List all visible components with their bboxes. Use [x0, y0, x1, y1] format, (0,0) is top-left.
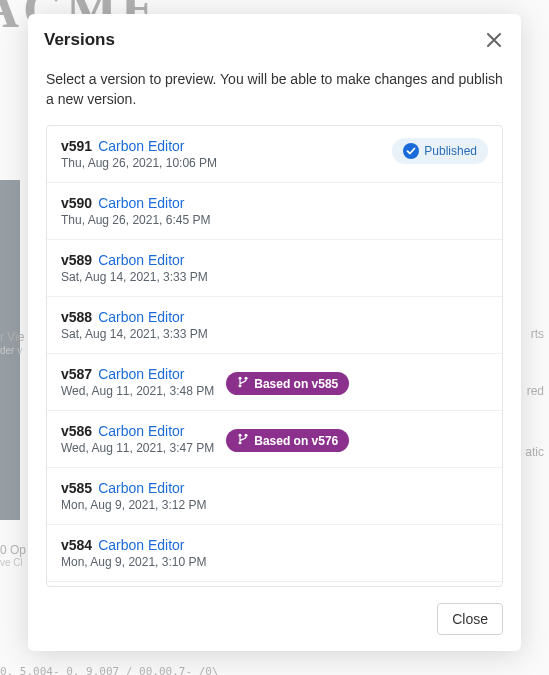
based-on-badge: Based on v585 [226, 372, 349, 395]
version-timestamp: Mon, Aug 9, 2021, 3:10 PM [61, 555, 206, 569]
version-editor-link[interactable]: Carbon Editor [98, 366, 184, 382]
version-number: v589 [61, 252, 92, 268]
versions-modal: Versions Select a version to preview. Yo… [28, 14, 521, 651]
version-row[interactable]: v584Carbon EditorMon, Aug 9, 2021, 3:10 … [47, 525, 502, 582]
version-number: v590 [61, 195, 92, 211]
version-editor-link[interactable]: Carbon Editor [98, 252, 184, 268]
published-badge: Published [392, 138, 488, 164]
version-number: v586 [61, 423, 92, 439]
version-number: v587 [61, 366, 92, 382]
version-row[interactable]: v589Carbon EditorSat, Aug 14, 2021, 3:33… [47, 240, 502, 297]
version-editor-link[interactable]: Carbon Editor [98, 423, 184, 439]
svg-point-2 [245, 377, 248, 380]
version-timestamp: Wed, Aug 11, 2021, 3:48 PM [61, 384, 214, 398]
version-editor-link[interactable]: Carbon Editor [98, 138, 184, 154]
branch-icon [237, 433, 249, 448]
version-editor-link[interactable]: Carbon Editor [98, 309, 184, 325]
version-row[interactable]: v587Carbon EditorWed, Aug 11, 2021, 3:48… [47, 354, 502, 411]
branch-icon [237, 376, 249, 391]
version-row[interactable]: v591Carbon EditorThu, Aug 26, 2021, 10:0… [47, 126, 502, 183]
svg-point-4 [239, 434, 242, 437]
svg-point-1 [239, 377, 242, 380]
version-timestamp: Thu, Aug 26, 2021, 10:06 PM [61, 156, 217, 170]
version-editor-link[interactable]: Carbon Editor [98, 537, 184, 553]
version-timestamp: Mon, Aug 9, 2021, 3:12 PM [61, 498, 206, 512]
version-timestamp: Sat, Aug 14, 2021, 3:33 PM [61, 270, 208, 284]
version-row[interactable]: v585Carbon EditorMon, Aug 9, 2021, 3:12 … [47, 468, 502, 525]
version-number: v584 [61, 537, 92, 553]
svg-point-5 [245, 434, 248, 437]
close-button[interactable]: Close [437, 603, 503, 635]
version-number: v585 [61, 480, 92, 496]
svg-point-3 [239, 384, 242, 387]
version-row[interactable]: v586Carbon EditorWed, Aug 11, 2021, 3:47… [47, 411, 502, 468]
svg-point-0 [403, 143, 419, 159]
modal-title: Versions [44, 30, 115, 50]
version-row[interactable]: v590Carbon EditorThu, Aug 26, 2021, 6:45… [47, 183, 502, 240]
svg-point-6 [239, 441, 242, 444]
based-on-badge: Based on v576 [226, 429, 349, 452]
modal-header: Versions [28, 14, 521, 62]
modal-description: Select a version to preview. You will be… [28, 62, 521, 125]
check-circle-icon [403, 143, 419, 159]
version-timestamp: Sat, Aug 14, 2021, 3:33 PM [61, 327, 208, 341]
modal-footer: Close [28, 587, 521, 651]
version-editor-link[interactable]: Carbon Editor [98, 480, 184, 496]
close-icon[interactable] [483, 28, 505, 52]
version-row[interactable]: v588Carbon EditorSat, Aug 14, 2021, 3:33… [47, 297, 502, 354]
versions-list-container: v591Carbon EditorThu, Aug 26, 2021, 10:0… [46, 125, 503, 587]
version-timestamp: Wed, Aug 11, 2021, 3:47 PM [61, 441, 214, 455]
versions-list[interactable]: v591Carbon EditorThu, Aug 26, 2021, 10:0… [47, 126, 502, 586]
version-number: v591 [61, 138, 92, 154]
version-timestamp: Thu, Aug 26, 2021, 6:45 PM [61, 213, 210, 227]
version-editor-link[interactable]: Carbon Editor [98, 195, 184, 211]
version-number: v588 [61, 309, 92, 325]
